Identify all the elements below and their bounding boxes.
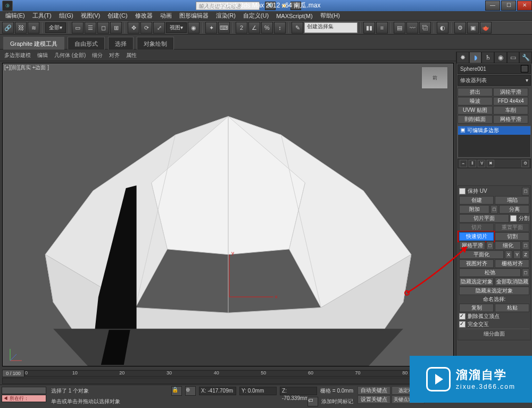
- unhide-all-btn[interactable]: 全部取消隐藏: [495, 278, 529, 286]
- menu-modifiers[interactable]: 修改器: [135, 12, 153, 20]
- filter-dropdown[interactable]: 全部 ▾: [45, 22, 66, 33]
- mod-noise[interactable]: 噪波: [458, 97, 493, 105]
- menu-graph[interactable]: 图形编辑器: [179, 12, 209, 20]
- mod-lathe[interactable]: 车削: [493, 106, 528, 115]
- menu-tools[interactable]: 工具(T): [32, 12, 52, 20]
- stack-item-editpoly[interactable]: ▣ 可编辑多边形: [458, 126, 530, 135]
- curve-editor-icon[interactable]: 〰: [406, 22, 418, 34]
- relax-btn[interactable]: 松弛: [459, 268, 521, 277]
- move-icon[interactable]: ✥: [128, 22, 139, 34]
- coord-z[interactable]: Z: -70.339mm: [280, 387, 317, 395]
- pin-stack-icon[interactable]: ⫠: [460, 160, 467, 167]
- mod-meshsmooth[interactable]: 网格平滑: [493, 115, 528, 124]
- mirror-icon[interactable]: ▮▮: [363, 22, 375, 34]
- remove-mod-icon[interactable]: ✖: [487, 160, 494, 167]
- time-handle[interactable]: 0 / 100: [2, 370, 24, 377]
- cmd-tab-utilities[interactable]: 🔧: [519, 52, 532, 63]
- viewport-label[interactable]: [+][前][真实 +边面 ]: [4, 64, 49, 71]
- menu-render[interactable]: 渲染(R): [216, 12, 236, 20]
- unlink-icon[interactable]: ⛓: [15, 22, 27, 34]
- preserve-uv-settings[interactable]: □: [522, 187, 529, 195]
- ribbon-sub-geom[interactable]: 几何体 (全部): [54, 52, 86, 59]
- snap-spinner-icon[interactable]: ↕: [274, 22, 286, 34]
- close-button[interactable]: ✕: [517, 1, 532, 11]
- render-frame-icon[interactable]: ▣: [467, 22, 479, 34]
- menu-edit[interactable]: 编辑(E): [5, 12, 25, 20]
- mod-uvw[interactable]: UVW 贴图: [458, 106, 493, 115]
- auto-key-btn[interactable]: 自动关键点: [358, 386, 390, 395]
- rotate-icon[interactable]: ⟳: [140, 22, 152, 34]
- quickslice-btn[interactable]: 快速切片: [459, 232, 494, 241]
- menu-views[interactable]: 视图(V): [81, 12, 101, 20]
- manip-icon[interactable]: ✦: [205, 22, 217, 34]
- script-echo[interactable]: ◀ 所在行：: [2, 395, 46, 402]
- mod-section[interactable]: 剖削截面: [458, 115, 493, 124]
- msmooth-btn[interactable]: 网格平滑: [459, 241, 485, 250]
- snap-percent-icon[interactable]: %: [261, 22, 273, 34]
- app-logo-icon[interactable]: ③: [2, 1, 13, 11]
- full-interactive-check[interactable]: [459, 321, 466, 328]
- lock-icon[interactable]: 🔒: [171, 386, 182, 396]
- maximize-button[interactable]: ☐: [501, 1, 516, 11]
- attach-btn[interactable]: 附加: [459, 205, 489, 214]
- menu-help[interactable]: 帮助(H): [320, 12, 340, 20]
- schematic-icon[interactable]: ⿻: [419, 22, 431, 34]
- keyboard-icon[interactable]: ⌨: [218, 22, 230, 34]
- ribbon-tab-freeform[interactable]: 自由形式: [68, 37, 105, 50]
- msmooth-settings[interactable]: □: [486, 241, 494, 250]
- viewport[interactable]: x y: [2, 63, 454, 366]
- tessellate-btn[interactable]: 细化: [495, 241, 521, 250]
- planar-z[interactable]: Z: [522, 250, 529, 259]
- align-edit-icon[interactable]: ✎: [292, 22, 303, 34]
- reset-plane-btn[interactable]: 重置平面: [495, 223, 529, 232]
- cmd-tab-display[interactable]: ▭: [507, 52, 520, 63]
- rect-select-icon[interactable]: ◻: [97, 22, 109, 34]
- minimize-button[interactable]: —: [485, 1, 500, 11]
- tess-settings[interactable]: □: [522, 241, 529, 250]
- ribbon-tab-selection[interactable]: 选择: [108, 37, 134, 50]
- render-icon[interactable]: 🫖: [480, 22, 492, 34]
- ribbon-tab-graphite[interactable]: Graphite 建模工具: [3, 37, 64, 50]
- render-setup-icon[interactable]: ⚙: [454, 22, 466, 34]
- ref-coord-dropdown[interactable]: 视图 ▾: [166, 22, 187, 33]
- cmd-tab-hierarchy[interactable]: ♄: [481, 52, 494, 63]
- ribbon-tab-paint[interactable]: 对象绘制: [137, 37, 174, 50]
- mod-turbosmooth[interactable]: 涡轮平滑: [493, 88, 528, 96]
- coord-x[interactable]: X: -417.709m: [199, 387, 236, 395]
- layers-icon[interactable]: ▤: [394, 22, 405, 34]
- time-tag-icon[interactable]: 🏷: [307, 397, 318, 406]
- menu-animation[interactable]: 动画: [160, 12, 172, 20]
- ribbon-sub-align[interactable]: 对齐: [109, 52, 120, 59]
- ribbon-sub-poly[interactable]: 多边形建模: [4, 52, 31, 59]
- cmd-tab-create[interactable]: ✸: [456, 52, 469, 63]
- bind-icon[interactable]: ≋: [28, 22, 39, 34]
- cmd-tab-modify[interactable]: ◗: [469, 52, 482, 63]
- ribbon-sub-subdiv[interactable]: 细分: [92, 52, 103, 59]
- copy-sel-btn[interactable]: 复制: [459, 304, 494, 312]
- ribbon-sub-props[interactable]: 属性: [126, 52, 137, 59]
- rollout-subdiv-header[interactable]: 细分曲面: [459, 329, 529, 339]
- collapse-btn[interactable]: 塌陷: [495, 196, 529, 205]
- separate-btn[interactable]: 分离: [499, 205, 529, 214]
- attach-list-icon[interactable]: □: [491, 205, 498, 214]
- cut-btn[interactable]: 切割: [495, 232, 529, 241]
- time-slider[interactable]: 0 / 100 0 10 20 30 40 50 60 70 80 90: [2, 370, 454, 377]
- grid-align-btn[interactable]: 栅格对齐: [495, 259, 529, 268]
- modifier-stack[interactable]: ▣ 可编辑多边形: [458, 126, 531, 158]
- object-name-field[interactable]: Sphere001: [460, 65, 486, 74]
- set-key-btn[interactable]: 设置关键点: [358, 395, 390, 404]
- show-end-icon[interactable]: Ⅱ: [469, 160, 476, 167]
- select-name-icon[interactable]: ☰: [85, 22, 96, 34]
- view-align-btn[interactable]: 视图对齐: [459, 259, 494, 268]
- unique-icon[interactable]: ∀: [478, 160, 485, 167]
- add-time-tag[interactable]: 添加时间标记: [321, 398, 353, 405]
- relax-settings[interactable]: □: [522, 268, 529, 277]
- cmd-tab-motion[interactable]: ◉: [494, 52, 507, 63]
- menu-group[interactable]: 组(G): [59, 12, 73, 20]
- snap-2d-icon[interactable]: 2: [236, 22, 247, 34]
- hide-unselected-btn[interactable]: 隐藏未选定对象: [459, 287, 529, 295]
- snap-angle-icon[interactable]: ∠: [248, 22, 260, 34]
- slice-plane-btn[interactable]: 切片平面: [459, 214, 509, 223]
- track-bar[interactable]: [2, 378, 454, 384]
- modifier-list-dropdown[interactable]: 修改器列表▾: [458, 75, 531, 86]
